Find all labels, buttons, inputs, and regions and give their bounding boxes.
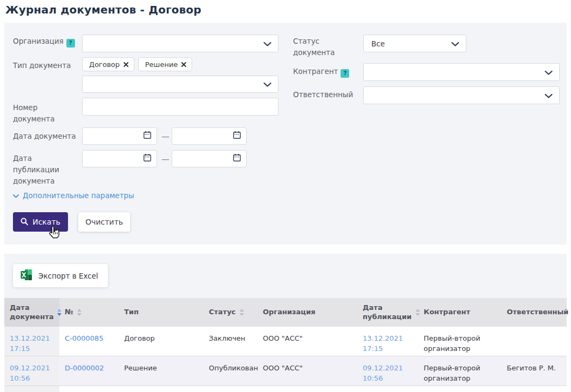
column-header-pub_date[interactable]: Дата публикации [357,298,418,327]
page-title: Журнал документов - Договор [5,3,201,16]
responsible-select[interactable] [363,86,560,104]
column-header-type: Тип [119,298,203,327]
cell-responsible [501,386,567,392]
status-label: Статус документа [293,36,342,58]
calendar-icon[interactable] [233,131,241,141]
chevron-down-icon [545,90,553,100]
pub-date-from-input[interactable] [82,150,157,167]
cell-responsible: Бегитов Р. М. [501,356,567,386]
search-icon [21,218,28,227]
search-button-label: Искать [32,218,60,226]
column-label: Дата документа [10,303,53,322]
search-button[interactable]: Искать [13,212,68,232]
cell-type [119,386,203,392]
tag-label: Решение [145,60,178,69]
cell-doc_date [4,386,59,392]
organization-select[interactable] [82,35,278,52]
cell-organization [257,386,357,392]
doc_date-link[interactable]: 13.12.2021 17:15 [10,334,50,353]
cell-type: Решение [119,356,203,386]
status-select-value: Все [371,39,385,48]
date-range-dash: — [161,132,169,141]
column-header-counterparty: Контрагент [418,298,501,327]
sort-icon[interactable] [77,309,81,316]
excel-icon [20,268,33,283]
column-label: № [65,308,73,317]
column-header-doc_date[interactable]: Дата документа [4,298,59,327]
more-params-link[interactable]: Дополнительные параметры [13,191,134,200]
tag-label: Договор [89,60,120,69]
calendar-icon[interactable] [233,153,241,164]
cell-status [203,386,257,392]
doc-number-label: Номер документа [13,102,63,125]
cell-status: Заключен [203,327,257,356]
clear-button[interactable]: Очистить [78,212,130,232]
cell-type: Договор [119,327,203,356]
cell-doc_date: 13.12.2021 17:15 [4,327,59,356]
results-panel: Экспорт в Excel Дата документа№ТипСтатус… [4,254,567,392]
table-row-partial [4,386,567,392]
chevron-down-icon [451,38,459,49]
doc_date-link[interactable]: 09.12.2021 10:56 [10,364,50,382]
cell-doc_date: 09.12.2021 10:56 [4,356,59,386]
column-label: Статус [209,308,236,317]
cell-number: D-0000002 [59,356,119,386]
table-row: 13.12.2021 17:15C-0000085ДоговорЗаключен… [4,327,567,356]
calendar-icon[interactable] [143,153,152,164]
cell-number [59,386,119,392]
export-excel-button[interactable]: Экспорт в Excel [13,264,108,287]
tag-remove-icon[interactable] [181,60,186,69]
column-header-organization: Организация [257,298,357,327]
doc-date-to-input[interactable] [172,127,247,145]
number-link[interactable]: D-0000002 [65,364,104,372]
cell-pub_date: 13.12.2021 17:15 [357,327,418,356]
table-row: 09.12.2021 10:56D-0000002РешениеОпублико… [4,356,567,386]
doc-type-select[interactable] [82,76,278,93]
cell-organization: ООО "АСС" [257,356,357,386]
table-header: Дата документа№ТипСтатусОрганизацияДата … [4,298,567,327]
counterparty-label: Контрагент? [293,66,363,78]
doc-type-tags: Договор Решение [82,57,192,71]
cell-status: Опубликован [203,356,257,386]
pub_date-link[interactable]: 13.12.2021 17:15 [363,334,403,353]
help-icon[interactable]: ? [66,39,75,48]
tag-remove-icon[interactable] [124,60,128,69]
cell-counterparty [418,386,501,392]
chevron-down-icon [13,191,19,200]
cell-number: C-0000085 [59,327,119,356]
column-header-number[interactable]: № [59,298,119,327]
counterparty-select[interactable] [363,63,560,81]
chevron-down-icon [263,38,271,49]
export-excel-label: Экспорт в Excel [38,272,98,280]
calendar-icon[interactable] [143,131,152,141]
cell-counterparty: Первый-второй организатор [418,356,501,386]
number-link[interactable]: C-0000085 [65,334,104,342]
doc-date-from-input[interactable] [82,127,157,145]
column-label: Дата публикации [363,303,412,322]
page: Журнал документов - Договор Организация?… [0,0,571,392]
sort-icon[interactable] [240,309,244,316]
doc-type-tag: Договор [82,57,134,71]
filter-panel: Организация? Статус документа Все Тип до… [4,23,567,245]
status-select[interactable]: Все [363,35,466,52]
documents-table: Дата документа№ТипСтатусОрганизацияДата … [4,298,567,392]
doc-type-label: Тип документа [13,60,82,71]
column-label: Тип [124,308,139,317]
pub_date-link[interactable]: 09.12.2021 10:56 [363,364,403,382]
organization-label-text: Организация [13,37,64,45]
help-icon[interactable]: ? [341,69,349,78]
column-header-status[interactable]: Статус [203,298,257,327]
pub-date-label: Дата публикации документа [13,153,67,187]
clear-button-label: Очистить [85,218,123,226]
cell-responsible [501,327,567,356]
cell-organization: ООО "АСС" [257,327,357,356]
table-body: 13.12.2021 17:15C-0000085ДоговорЗаключен… [4,327,567,392]
column-label: Ответственный [507,308,568,317]
chevron-down-icon [545,67,553,77]
pub-date-to-input[interactable] [172,150,247,167]
column-label: Организация [263,308,315,317]
column-label: Контрагент [424,308,470,317]
counterparty-label-text: Контрагент [293,67,338,76]
doc-type-tag: Решение [138,57,193,71]
doc-number-input[interactable] [82,98,278,116]
